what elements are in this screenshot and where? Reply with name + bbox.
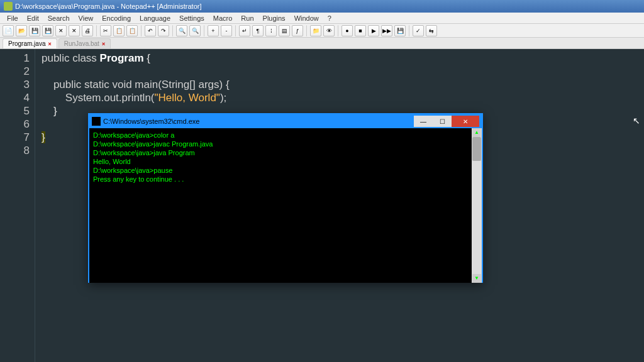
play-multi-icon[interactable]: ▶▶ [381,25,392,36]
maximize-button[interactable]: ☐ [433,116,452,127]
cmd-output-line: Press any key to continue . . . [93,175,478,184]
line-number: 7 [0,131,30,144]
paste-icon[interactable]: 📋 [126,25,138,36]
close-button[interactable]: ✕ [452,116,479,127]
minimize-button[interactable]: — [414,116,433,127]
cmd-title-text: C:\Windows\system32\cmd.exe [103,118,414,125]
wordwrap-icon[interactable]: ↵ [239,25,250,36]
cmd-scrollbar[interactable]: ▲ ▼ [472,128,482,283]
indent-guide-icon[interactable]: ⫶ [265,25,277,36]
cmd-window[interactable]: C:\Windows\system32\cmd.exe — ☐ ✕ D:\wor… [88,113,483,283]
new-file-icon[interactable]: 📄 [3,25,14,36]
cmd-output-line: D:\workspace\java>pause [93,166,478,175]
redo-icon[interactable]: ↷ [158,25,169,36]
play-icon[interactable]: ▶ [368,25,379,36]
separator [96,25,97,36]
code-line: public class Program { [42,52,644,65]
separator [141,25,142,36]
print-icon[interactable]: 🖨 [82,25,93,36]
func-list-icon[interactable]: ƒ [292,25,303,36]
doc-map-icon[interactable]: ▤ [279,25,290,36]
menu-run[interactable]: Run [236,13,258,23]
spellcheck-icon[interactable]: ✓ [413,25,424,36]
cmd-output-line: D:\workspace\java>color a [93,131,478,140]
cmd-output-line: D:\workspace\java>javac Program.java [93,140,478,148]
tab-label: RunJava.bat [64,40,99,47]
zoom-out-icon[interactable]: - [221,25,232,36]
menu-help[interactable]: ? [323,13,336,23]
window-title: D:\workspace\java\Program.java - Notepad… [15,3,202,10]
save-macro-icon[interactable]: 💾 [394,25,406,36]
scroll-thumb[interactable] [472,137,481,161]
separator [235,25,236,36]
cmd-body[interactable]: D:\workspace\java>color a D:\workspace\j… [89,128,482,283]
tab-label: Program.java [8,40,45,47]
folder-icon[interactable]: 📁 [310,25,321,36]
menu-settings[interactable]: Settings [175,13,209,23]
menu-encoding[interactable]: Encoding [97,13,135,23]
stop-icon[interactable]: ■ [355,25,366,36]
copy-icon[interactable]: 📋 [113,25,125,36]
zoom-in-icon[interactable]: + [208,25,219,36]
separator [172,25,173,36]
menu-edit[interactable]: Edit [23,13,43,23]
tab-close-icon[interactable]: × [102,41,105,47]
separator [204,25,204,36]
save-icon[interactable]: 💾 [29,25,40,36]
line-number: 3 [0,78,30,91]
line-number: 8 [0,144,30,157]
compare-icon[interactable]: ⇆ [426,25,437,36]
separator [338,25,338,36]
tab-bar: Program.java × RunJava.bat × [0,38,644,49]
code-line: public static void main(String[] args) { [42,78,644,91]
code-line: System.out.println("Hello, World"); [42,91,644,104]
title-bar: D:\workspace\java\Program.java - Notepad… [0,0,644,13]
toolbar: 📄 📂 💾 💾 ✕ ✕ 🖨 ✂ 📋 📋 ↶ ↷ 🔍 🔍 + - ↵ ¶ ⫶ ▤ … [0,24,644,38]
show-chars-icon[interactable]: ¶ [252,25,264,36]
menu-language[interactable]: Language [135,13,175,23]
menu-file[interactable]: File [3,13,23,23]
cmd-output-line: D:\workspace\java>java Program [93,148,478,157]
separator [306,25,307,36]
menu-search[interactable]: Search [43,13,74,23]
app-icon [4,2,13,11]
tab-runjava-bat[interactable]: RunJava.bat × [58,38,111,48]
menu-view[interactable]: View [74,13,98,23]
scroll-up-icon[interactable]: ▲ [472,128,481,137]
cut-icon[interactable]: ✂ [100,25,111,36]
line-number: 4 [0,91,30,104]
monitor-icon[interactable]: 👁 [323,25,335,36]
scroll-down-icon[interactable]: ▼ [472,274,481,283]
save-all-icon[interactable]: 💾 [42,25,53,36]
line-number: 2 [0,65,30,78]
separator [409,25,409,36]
record-icon[interactable]: ● [341,25,353,36]
line-number: 5 [0,104,30,118]
find-icon[interactable]: 🔍 [176,25,187,36]
line-number: 1 [0,52,30,65]
open-file-icon[interactable]: 📂 [16,25,27,36]
code-line [42,65,644,78]
undo-icon[interactable]: ↶ [145,25,156,36]
line-number-gutter: 1 2 3 4 5 6 7 8 [0,49,35,362]
cmd-icon [92,117,101,126]
menu-macro[interactable]: Macro [209,13,237,23]
menu-bar: File Edit Search View Encoding Language … [0,13,644,24]
menu-plugins[interactable]: Plugins [258,13,290,23]
line-number: 6 [0,118,30,131]
cmd-output-line: Hello, World [93,157,478,166]
close-file-icon[interactable]: ✕ [55,25,67,36]
cmd-title-bar[interactable]: C:\Windows\system32\cmd.exe — ☐ ✕ [89,114,482,128]
menu-window[interactable]: Window [290,13,323,23]
tab-program-java[interactable]: Program.java × [3,38,57,48]
tab-close-icon[interactable]: × [48,41,51,47]
replace-icon[interactable]: 🔍 [189,25,201,36]
close-all-icon[interactable]: ✕ [69,25,80,36]
